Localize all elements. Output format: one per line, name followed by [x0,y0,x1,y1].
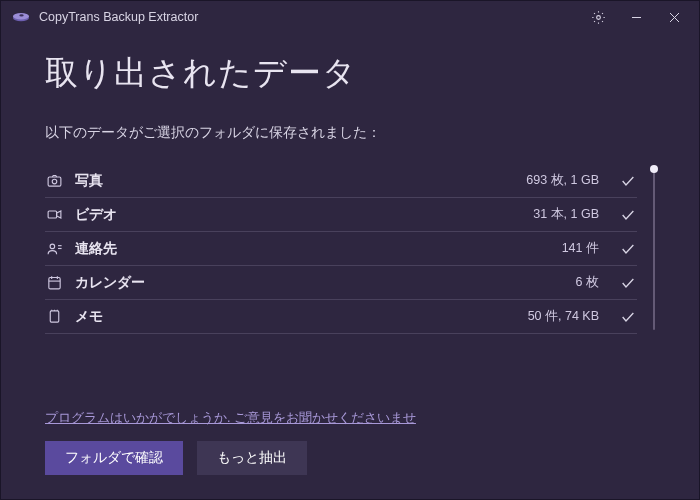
svg-rect-14 [48,278,59,289]
svg-point-3 [596,15,600,19]
svg-point-8 [52,179,57,184]
calendar-icon [45,274,63,292]
svg-point-2 [19,14,23,16]
close-button[interactable] [655,3,693,31]
check-icon [619,240,637,258]
button-row: フォルダで確認 もっと抽出 [45,441,655,475]
check-icon [619,172,637,190]
app-logo-icon [11,7,31,27]
row-meta: 31 本, 1 GB [533,206,599,223]
check-icon [619,206,637,224]
contacts-icon [45,240,63,258]
app-title: CopyTrans Backup Extractor [39,10,198,24]
row-meta: 693 枚, 1 GB [526,172,599,189]
content-area: 取り出されたデータ 以下のデータがご選択のフォルダに保存されました： 写真 69… [1,33,699,334]
titlebar: CopyTrans Backup Extractor [1,1,699,33]
feedback-link[interactable]: プログラムはいかがでしょうか. ご意見をお聞かせくださいませ [45,410,416,427]
data-row-photos: 写真 693 枚, 1 GB [45,164,637,198]
row-meta: 50 件, 74 KB [528,308,599,325]
scrollbar-thumb[interactable] [650,165,658,173]
row-meta: 141 件 [562,240,599,257]
gear-icon [591,10,606,25]
check-icon [619,274,637,292]
row-label: ビデオ [75,206,521,224]
row-meta: 6 枚 [576,274,599,291]
svg-marker-10 [56,211,60,218]
row-label: 連絡先 [75,240,550,258]
row-label: カレンダー [75,274,564,292]
note-icon [45,308,63,326]
video-icon [45,206,63,224]
minimize-button[interactable] [617,3,655,31]
scrollbar[interactable] [653,168,655,330]
extracted-data-list: 写真 693 枚, 1 GB ビデオ 31 本, 1 GB 連絡先 141 件 [45,164,655,334]
close-icon [669,12,680,23]
row-label: 写真 [75,172,514,190]
page-title: 取り出されたデータ [45,51,655,96]
svg-rect-7 [48,177,61,186]
check-icon [619,308,637,326]
data-row-calendar: カレンダー 6 枚 [45,266,637,300]
data-row-videos: ビデオ 31 本, 1 GB [45,198,637,232]
settings-button[interactable] [579,3,617,31]
extract-more-button[interactable]: もっと抽出 [197,441,307,475]
open-folder-button[interactable]: フォルダで確認 [45,441,183,475]
footer: プログラムはいかがでしょうか. ご意見をお聞かせくださいませ フォルダで確認 も… [45,410,655,475]
data-row-contacts: 連絡先 141 件 [45,232,637,266]
row-label: メモ [75,308,516,326]
camera-icon [45,172,63,190]
svg-rect-18 [50,311,59,322]
svg-point-11 [50,244,55,249]
minimize-icon [631,12,642,23]
page-subtitle: 以下のデータがご選択のフォルダに保存されました： [45,124,655,142]
svg-rect-9 [48,211,57,218]
data-row-notes: メモ 50 件, 74 KB [45,300,637,334]
